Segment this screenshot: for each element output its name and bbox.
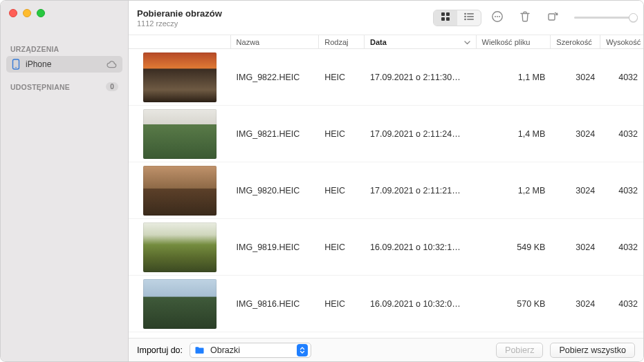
close-window-button[interactable] — [9, 9, 17, 17]
table-row[interactable]: IMG_9820.HEICHEIC17.09.2021 o 2:11:21…1,… — [129, 162, 643, 219]
zoom-window-button[interactable] — [37, 9, 45, 17]
column-name[interactable]: Nazwa — [231, 35, 320, 48]
more-actions-button[interactable] — [486, 10, 509, 26]
thumbnail-image — [143, 109, 217, 159]
table-row[interactable]: IMG_9821.HEICHEIC17.09.2021 o 2:11:24…1,… — [129, 106, 643, 162]
thumbnail-cell — [129, 166, 231, 216]
height-cell: 4032 — [600, 299, 643, 309]
width-cell: 3024 — [551, 73, 600, 82]
size-cell: 549 KB — [477, 242, 551, 252]
slider-track — [574, 17, 634, 19]
delete-button[interactable] — [513, 10, 537, 26]
view-mode-segment — [433, 10, 481, 26]
rows-container: IMG_9822.HEICHEIC17.09.2021 o 2:11:30…1,… — [129, 49, 643, 338]
body: URZĄDZENIA iPhone UDOSTĘPNIANE 0 Nazwa — [1, 35, 643, 361]
thumbnail-size-slider[interactable] — [574, 17, 634, 19]
toolbar — [433, 10, 634, 26]
iphone-icon — [12, 59, 20, 70]
kind-cell: HEIC — [319, 73, 365, 82]
shared-count-badge: 0 — [106, 82, 118, 91]
window: Pobieranie obrazów 1112 rzeczy — [0, 0, 644, 362]
width-cell: 3024 — [551, 186, 600, 196]
ellipsis-circle-icon — [491, 10, 504, 26]
cloud-icon — [106, 60, 117, 68]
sidebar-item-label: iPhone — [26, 59, 51, 69]
kind-cell: HEIC — [319, 129, 365, 139]
kind-cell: HEIC — [319, 186, 365, 196]
section-label: UDOSTĘPNIANE — [10, 83, 70, 91]
svg-point-12 — [497, 16, 498, 17]
table-row[interactable]: IMG_9822.HEICHEIC17.09.2021 o 2:11:30…1,… — [129, 49, 643, 106]
column-width[interactable]: Szerokość — [551, 35, 600, 48]
svg-point-13 — [499, 16, 500, 17]
sidebar-item-iphone[interactable]: iPhone — [6, 56, 122, 73]
column-thumbnail[interactable] — [129, 35, 231, 48]
date-cell: 16.09.2021 o 10:32:0… — [365, 299, 477, 309]
svg-rect-9 — [467, 19, 474, 20]
svg-rect-0 — [441, 12, 445, 16]
trash-icon — [519, 10, 531, 26]
name-cell: IMG_9820.HEIC — [231, 186, 320, 196]
view-list-button[interactable] — [457, 10, 481, 26]
thumbnail-image — [143, 166, 217, 216]
svg-rect-5 — [467, 13, 474, 15]
height-cell: 4032 — [600, 242, 643, 252]
width-cell: 3024 — [551, 242, 600, 252]
svg-point-8 — [464, 18, 466, 20]
slider-knob[interactable] — [629, 13, 638, 22]
grid-icon — [441, 12, 450, 24]
thumbnail-image — [143, 53, 217, 102]
size-cell: 1,1 MB — [477, 73, 551, 82]
column-size[interactable]: Wielkość pliku — [477, 35, 551, 48]
thumbnail-cell — [129, 53, 231, 102]
name-cell: IMG_9816.HEIC — [231, 299, 320, 309]
titlebar: Pobieranie obrazów 1112 rzeczy — [1, 1, 643, 35]
width-cell: 3024 — [551, 299, 600, 309]
date-cell: 17.09.2021 o 2:11:24… — [365, 129, 477, 139]
svg-rect-1 — [446, 12, 450, 16]
thumbnail-image — [143, 222, 217, 272]
sidebar-section-devices: URZĄDZENIA — [6, 42, 122, 56]
import-to-label: Importuj do: — [137, 345, 183, 355]
size-cell: 1,4 MB — [477, 129, 551, 139]
height-cell: 4032 — [600, 186, 643, 196]
destination-popup[interactable]: Obrazki — [190, 343, 311, 358]
rotate-button[interactable] — [541, 10, 564, 26]
table-row[interactable]: IMG_9816.HEICHEIC16.09.2021 o 10:32:0…57… — [129, 276, 643, 332]
date-cell: 17.09.2021 o 2:11:30… — [365, 73, 477, 82]
destination-label: Obrazki — [210, 345, 291, 355]
size-cell: 570 KB — [477, 299, 551, 309]
name-cell: IMG_9821.HEIC — [231, 129, 320, 139]
chevron-down-icon — [464, 38, 470, 46]
sidebar: URZĄDZENIA iPhone UDOSTĘPNIANE 0 — [1, 35, 129, 361]
title-block: Pobieranie obrazów 1112 rzeczy — [137, 8, 433, 28]
svg-rect-3 — [446, 17, 450, 21]
minimize-window-button[interactable] — [23, 9, 31, 17]
svg-point-6 — [464, 15, 466, 17]
folder-icon — [194, 346, 205, 354]
item-count: 1112 rzeczy — [137, 19, 433, 28]
window-title: Pobieranie obrazów — [137, 8, 433, 19]
rotate-icon — [546, 10, 559, 26]
section-label: URZĄDZENIA — [10, 45, 59, 53]
name-cell: IMG_9819.HEIC — [231, 242, 320, 252]
kind-cell: HEIC — [319, 299, 365, 309]
date-cell: 16.09.2021 o 10:32:1… — [365, 242, 477, 252]
column-height[interactable]: Wysokość — [600, 35, 643, 48]
footer: Importuj do: Obrazki Pobierz Pobierz wsz… — [129, 338, 643, 361]
updown-arrows-icon — [297, 344, 308, 356]
sidebar-section-shared: UDOSTĘPNIANE 0 — [6, 79, 122, 94]
svg-rect-7 — [467, 16, 474, 17]
toolbar-area: Pobieranie obrazów 1112 rzeczy — [129, 1, 643, 35]
thumbnail-cell — [129, 222, 231, 272]
download-button[interactable]: Pobierz — [496, 343, 543, 358]
svg-rect-14 — [549, 14, 555, 20]
column-kind[interactable]: Rodzaj — [319, 35, 365, 48]
table-row[interactable]: IMG_9819.HEICHEIC16.09.2021 o 10:32:1…54… — [129, 219, 643, 276]
width-cell: 3024 — [551, 129, 600, 139]
kind-cell: HEIC — [319, 242, 365, 252]
view-grid-button[interactable] — [434, 10, 457, 26]
column-date[interactable]: Data — [365, 35, 477, 48]
download-all-button[interactable]: Pobierz wszystko — [550, 343, 635, 358]
column-header: Nazwa Rodzaj Data Wielkość pliku Szeroko… — [129, 35, 643, 49]
